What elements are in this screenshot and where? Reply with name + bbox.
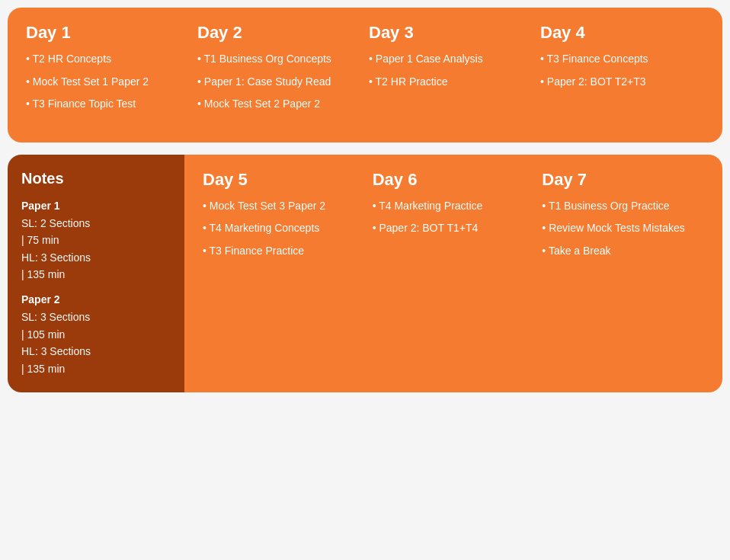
- bottom-day-7-item-2: Review Mock Tests Mistakes: [542, 221, 704, 236]
- bottom-day-7-item-1: T1 Business Org Practice: [542, 199, 704, 214]
- bottom-day-7-item-3: Take a Break: [542, 244, 704, 259]
- paper2-label: Paper 2: [21, 293, 171, 306]
- top-day-3-title: Day 3: [369, 23, 533, 43]
- top-day-1-item-1: T2 HR Concepts: [26, 52, 190, 67]
- top-day-2-item-3: Mock Test Set 2 Paper 2: [197, 97, 361, 112]
- bottom-day-5-title: Day 5: [203, 170, 365, 190]
- bottom-day-col-7: Day 7T1 Business Org PracticeReview Mock…: [542, 170, 704, 370]
- top-day-3-item-2: T2 HR Practice: [369, 75, 533, 90]
- paper2-details: SL: 3 Sections| 105 minHL: 3 Sections| 1…: [21, 309, 171, 377]
- top-day-1-item-2: Mock Test Set 1 Paper 2: [26, 75, 190, 90]
- paper1-label: Paper 1: [21, 200, 171, 212]
- top-day-col-3: Day 3Paper 1 Case AnalysisT2 HR Practice: [369, 23, 533, 120]
- notes-section: Notes Paper 1 SL: 2 Sections| 75 minHL: …: [8, 155, 184, 392]
- bottom-day-5-item-3: T3 Finance Practice: [203, 244, 365, 259]
- bottom-day-5-item-2: T4 Marketing Concepts: [203, 221, 365, 236]
- bottom-day-col-5: Day 5Mock Test Set 3 Paper 2T4 Marketing…: [203, 170, 365, 370]
- top-day-4-item-1: T3 Finance Concepts: [540, 52, 704, 67]
- top-day-3-item-1: Paper 1 Case Analysis: [369, 52, 533, 67]
- notes-title: Notes: [21, 170, 171, 187]
- bottom-day-6-item-1: T4 Marketing Practice: [373, 199, 535, 214]
- bottom-day-6-item-2: Paper 2: BOT T1+T4: [373, 221, 535, 236]
- top-day-1-item-3: T3 Finance Topic Test: [26, 97, 190, 112]
- top-day-2-title: Day 2: [197, 23, 361, 43]
- bottom-days-section: Day 5Mock Test Set 3 Paper 2T4 Marketing…: [184, 155, 722, 392]
- top-day-col-2: Day 2T1 Business Org ConceptsPaper 1: Ca…: [197, 23, 361, 120]
- top-day-1-title: Day 1: [26, 23, 190, 43]
- bottom-wrapper: Notes Paper 1 SL: 2 Sections| 75 minHL: …: [8, 155, 722, 392]
- top-day-col-4: Day 4T3 Finance ConceptsPaper 2: BOT T2+…: [540, 23, 704, 120]
- top-day-2-item-1: T1 Business Org Concepts: [197, 52, 361, 67]
- top-section: Day 1T2 HR ConceptsMock Test Set 1 Paper…: [8, 8, 722, 142]
- paper1-details: SL: 2 Sections| 75 minHL: 3 Sections| 13…: [21, 215, 171, 283]
- top-day-4-title: Day 4: [540, 23, 704, 43]
- bottom-day-7-title: Day 7: [542, 170, 704, 190]
- bottom-day-6-title: Day 6: [373, 170, 535, 190]
- top-day-col-1: Day 1T2 HR ConceptsMock Test Set 1 Paper…: [26, 23, 190, 120]
- bottom-day-col-6: Day 6T4 Marketing PracticePaper 2: BOT T…: [373, 170, 535, 370]
- top-day-2-item-2: Paper 1: Case Study Read: [197, 75, 361, 90]
- bottom-day-5-item-1: Mock Test Set 3 Paper 2: [203, 199, 365, 214]
- top-day-4-item-2: Paper 2: BOT T2+T3: [540, 75, 704, 90]
